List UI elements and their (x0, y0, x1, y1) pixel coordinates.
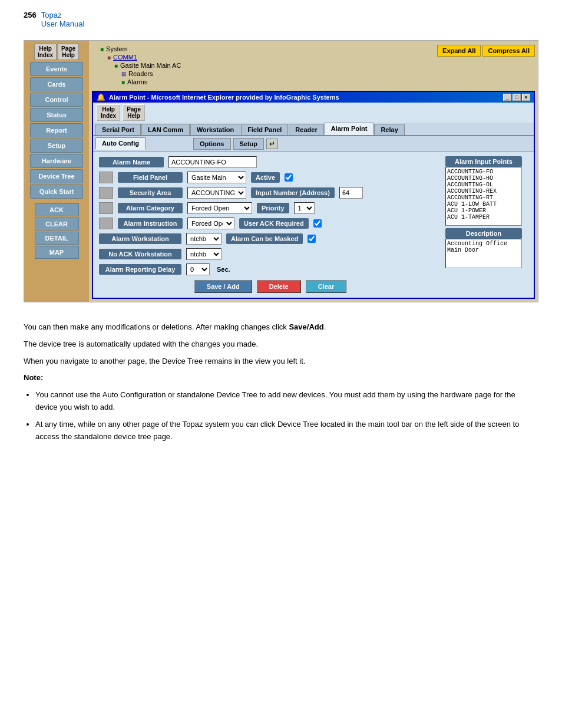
list-item[interactable]: ACU 1-POWER (447, 207, 520, 214)
subtab-setup[interactable]: Setup (233, 138, 265, 150)
close-button[interactable]: × (522, 94, 530, 101)
subtab-auto-config[interactable]: Auto Config (95, 137, 146, 150)
list-item[interactable]: ACCOUNTING-RT (447, 195, 520, 201)
content-area: ■ System ■ COMM1 ■ Gasite Main Main AC ⊞… (89, 41, 538, 302)
sidebar-item-control[interactable]: Control (30, 93, 83, 107)
alarm-reporting-delay-select[interactable]: 0 (186, 263, 210, 275)
field-panel-label: Field Panel (118, 172, 183, 183)
subtab-options[interactable]: Options (193, 138, 231, 150)
sidebar-item-cards[interactable]: Cards (30, 77, 83, 91)
no-ack-workstation-select[interactable]: ntchb (186, 248, 222, 260)
priority-select[interactable]: 1 (294, 202, 315, 214)
alarm-category-label: Alarm Category (118, 203, 183, 213)
list-item[interactable]: ACCOUNTING-OL (447, 182, 520, 188)
compress-all-button[interactable]: Compress All (482, 45, 535, 57)
page-title[interactable]: Topaz (41, 11, 85, 19)
tree-and-expand: ■ System ■ COMM1 ■ Gasite Main Main AC ⊞… (92, 44, 535, 87)
dialog-window: 🔔 Alarm Point - Microsoft Internet Explo… (92, 91, 535, 299)
alarm-input-points-label: Alarm Input Points (445, 156, 522, 167)
tab-lan-comm[interactable]: LAN Comm (141, 124, 190, 135)
alarm-category-select[interactable]: Forced Open (187, 202, 252, 214)
alarm-reporting-delay-row: Alarm Reporting Delay 0 Sec. (99, 263, 442, 275)
sidebar-top-section: HelpIndex PageHelp Events Cards Control … (24, 44, 89, 200)
list-item[interactable]: ACCOUNTING-REX (447, 188, 520, 195)
map-button[interactable]: MAP (35, 246, 79, 259)
list-item[interactable]: ACCOUNTING-HO (447, 175, 520, 182)
bullet-2: At any time, while on any other page of … (35, 419, 538, 443)
tree-comm1[interactable]: ■ COMM1 (107, 53, 435, 61)
help-index-btn[interactable]: HelpIndex (34, 44, 57, 60)
security-area-icon (99, 187, 113, 199)
tree-panel: ■ Gasite Main Main AC (114, 61, 435, 70)
alarm-workstation-select[interactable]: ntchb (186, 233, 222, 245)
dialog-help-bar: HelpIndex PageHelp (93, 103, 534, 123)
no-ack-workstation-label: No ACK Workstation (99, 249, 181, 259)
list-item[interactable]: ACCOUNTING-FO (447, 169, 520, 175)
list-item[interactable]: ACU 1-LOW BATT (447, 201, 520, 207)
save-add-button[interactable]: Save / Add (194, 280, 252, 293)
alarm-workstation-label: Alarm Workstation (99, 233, 181, 244)
dialog-page-help-btn[interactable]: PageHelp (123, 104, 145, 121)
bullet-1: You cannot use the Auto Configuration or… (35, 389, 538, 414)
tab-alarm-point[interactable]: Alarm Point (325, 123, 374, 135)
tree-alarms-icon: ■ (121, 79, 125, 85)
page-help-btn[interactable]: PageHelp (58, 44, 79, 60)
field-panel-icon (99, 172, 113, 183)
dialog-title-text: 🔔 Alarm Point - Microsoft Internet Explo… (97, 93, 339, 101)
alarm-masked-checkbox[interactable] (308, 235, 316, 243)
field-panel-select[interactable]: Gasite Main (187, 172, 246, 183)
alarm-workstation-row: Alarm Workstation ntchb Alarm Can be Mas… (99, 233, 442, 245)
form-clear-button[interactable]: Clear (306, 280, 347, 293)
tree-readers: ⊞ Readers (121, 70, 435, 78)
tab-field-panel[interactable]: Field Panel (241, 124, 288, 135)
sub-tab-right: Options Setup ↵ (193, 138, 278, 150)
tab-workstation[interactable]: Workstation (190, 124, 240, 135)
description-block: Description Accounting OfficeMain Door (445, 228, 528, 268)
user-ack-label: User ACK Required (239, 218, 309, 229)
description-box[interactable]: Accounting OfficeMain Door (445, 239, 522, 268)
alarm-name-row: Alarm Name (99, 156, 442, 168)
clear-button[interactable]: CLEAR (35, 218, 79, 230)
input-number-input[interactable] (339, 187, 363, 199)
description-label: Description (445, 228, 522, 239)
tree-comm-icon: ■ (107, 54, 111, 61)
sidebar-item-device-tree[interactable]: Device Tree (30, 169, 83, 183)
screenshot-wrapper: HelpIndex PageHelp Events Cards Control … (24, 40, 538, 302)
priority-label: Priority (257, 203, 289, 213)
active-label: Active (251, 172, 280, 183)
alarm-name-input[interactable] (168, 156, 257, 168)
sidebar-item-report[interactable]: Report (30, 123, 83, 137)
help-bar: HelpIndex PageHelp (34, 44, 79, 60)
dialog-icon: 🔔 (97, 93, 105, 101)
tab-relay[interactable]: Relay (374, 124, 404, 135)
two-col-layout: Alarm Name Field Panel Gasite Main A (99, 156, 528, 293)
tab-bar: Serial Port LAN Comm Workstation Field P… (93, 123, 534, 136)
tree-system: ■ System (100, 45, 435, 53)
sidebar-item-events[interactable]: Events (30, 62, 83, 76)
sidebar-item-setup[interactable]: Setup (30, 139, 83, 153)
user-ack-checkbox[interactable] (313, 219, 322, 228)
enter-icon[interactable]: ↵ (266, 139, 278, 149)
active-checkbox[interactable] (285, 173, 293, 182)
list-item[interactable]: ACU 1-TAMPER (447, 214, 520, 220)
detail-button[interactable]: DETAIL (35, 232, 79, 245)
sidebar-item-hardware[interactable]: Hardware (30, 154, 83, 168)
ack-button[interactable]: ACK (35, 203, 79, 216)
minimize-button[interactable]: _ (503, 94, 511, 101)
alarm-instruction-select[interactable]: Forced Open (187, 218, 234, 229)
sidebar-item-quick-start[interactable]: Quick Start (30, 185, 83, 199)
tab-serial-port[interactable]: Serial Port (95, 124, 141, 135)
alarm-input-list[interactable]: ACCOUNTING-FO ACCOUNTING-HO ACCOUNTING-O… (445, 167, 522, 226)
action-btns: Save / Add Delete Clear (99, 280, 442, 293)
bottom-sidebar-btns: ACK CLEAR DETAIL MAP (35, 201, 79, 261)
tab-reader[interactable]: Reader (289, 124, 323, 135)
delete-button[interactable]: Delete (257, 280, 301, 293)
main-layout: HelpIndex PageHelp Events Cards Control … (24, 41, 538, 302)
restore-button[interactable]: □ (513, 94, 521, 101)
dialog-help-index-btn[interactable]: HelpIndex (97, 104, 120, 121)
security-area-select[interactable]: ACCOUNTING (187, 187, 246, 199)
expand-all-button[interactable]: Expand All (437, 45, 481, 57)
sidebar-item-status[interactable]: Status (30, 108, 83, 122)
body-paragraph3: When you navigate to another page, the D… (24, 355, 538, 368)
body-text: You can then make any modifications or d… (0, 314, 562, 454)
